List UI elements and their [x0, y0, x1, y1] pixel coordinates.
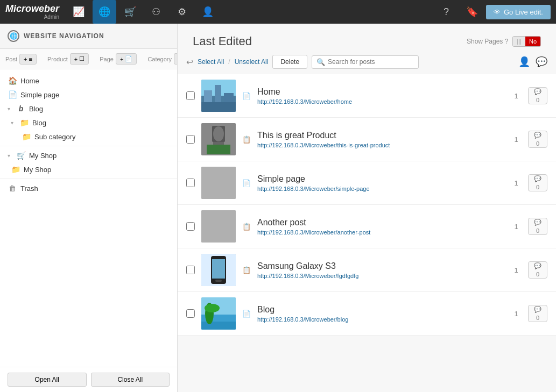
- sidebar-item-sub-category[interactable]: 📁 Sub category: [0, 130, 177, 144]
- toggle-on-side[interactable]: No: [525, 37, 540, 46]
- phone-thumb: [201, 254, 236, 286]
- user-btn[interactable]: 👤: [196, 0, 220, 24]
- search-icon: 🔍: [316, 58, 325, 66]
- eye-icon: 👁: [494, 8, 501, 16]
- nav-divider2: [0, 179, 177, 179]
- select-all-link[interactable]: Select All: [198, 58, 224, 66]
- add-page-btn[interactable]: + 📄: [116, 53, 137, 65]
- settings-btn[interactable]: ⚙: [170, 0, 194, 24]
- bookmark-btn[interactable]: 🔖: [460, 0, 484, 24]
- add-category-btn[interactable]: + ☐: [174, 53, 178, 65]
- post-checkbox-simplepage[interactable]: [186, 179, 195, 187]
- toggle-off-side[interactable]: |||: [513, 37, 525, 46]
- sidebar-item-home[interactable]: 🏠 Home: [0, 74, 177, 88]
- add-product-label: Product: [47, 56, 68, 62]
- globe-btn[interactable]: 🌐: [93, 0, 116, 24]
- trash-icon: 🗑: [8, 184, 17, 193]
- sidebar-item-blog[interactable]: ▾ b Blog: [0, 102, 177, 116]
- comment-icon-samsung: 💬: [534, 262, 541, 269]
- post-count-anotherpost: 1: [511, 223, 522, 231]
- sidebar-footer: Open All Close All: [0, 367, 177, 392]
- plus-icon: +: [24, 56, 27, 62]
- post-comment-btn-blog[interactable]: 💬 0: [528, 305, 547, 322]
- globe-header-icon: 🌐: [8, 30, 19, 42]
- logo-sub: Admin: [5, 14, 59, 20]
- post-checkbox-anotherpost[interactable]: [186, 222, 195, 231]
- post-title-samsung: Samsung Galaxy S3: [257, 261, 504, 271]
- simple-page-icon: 📄: [8, 90, 17, 99]
- post-url-simplepage: http://192.168.0.3/Microweber/simple-pag…: [257, 186, 504, 192]
- open-all-button[interactable]: Open All: [8, 373, 87, 387]
- post-checkbox-home[interactable]: [186, 91, 195, 100]
- post-type-icon-blog: 📄: [242, 310, 251, 318]
- add-category-label: Category: [147, 56, 172, 62]
- sidebar-item-simple-page[interactable]: 📄 Simple page: [0, 88, 177, 102]
- post-thumb-blog: [201, 297, 236, 330]
- back-button[interactable]: ↩: [186, 57, 193, 67]
- post-type-icon-anotherpost: 📋: [242, 223, 251, 231]
- collapse-toggle-blog[interactable]: ▾: [8, 106, 13, 112]
- content-area: Last Edited Show Pages ? ||| No ↩ Select…: [178, 24, 556, 392]
- close-all-button[interactable]: Close All: [91, 373, 170, 387]
- comment-filter-icon[interactable]: 💬: [536, 56, 547, 68]
- svg-point-21: [205, 304, 220, 312]
- add-product-group: Product + ☐: [47, 53, 89, 65]
- post-info-home: Home http://192.168.0.3/Microweber/home: [257, 87, 504, 105]
- post-thumb-anotherpost: [201, 210, 236, 243]
- comment-count-anotherpost: 0: [536, 227, 539, 234]
- sidebar-item-trash[interactable]: 🗑 Trash: [0, 181, 177, 195]
- unselect-all-link[interactable]: Unselect All: [235, 58, 269, 66]
- post-title-simplepage: Simple page: [257, 174, 504, 184]
- post-checkbox-blog[interactable]: [186, 309, 195, 318]
- sidebar-item-my-shop[interactable]: ▾ 🛒 My Shop: [0, 148, 177, 162]
- sidebar-item-blog-sub[interactable]: ▾ 📁 Blog: [0, 116, 177, 130]
- post-row: 📋 This is great Product http://192.168.0…: [178, 118, 556, 161]
- logo: Microweber Admin: [5, 4, 59, 20]
- post-comment-btn-samsung[interactable]: 💬 0: [528, 261, 547, 279]
- post-comment-btn-home[interactable]: 💬 0: [528, 87, 547, 104]
- page-title: Last Edited: [193, 34, 252, 48]
- add-post-btn[interactable]: + ≡: [19, 54, 37, 65]
- beach-thumb: [201, 297, 236, 330]
- svg-rect-16: [215, 280, 222, 282]
- post-comment-btn-product[interactable]: 💬 0: [528, 131, 547, 148]
- post-title-product: This is great Product: [257, 131, 504, 140]
- post-comment-btn-simplepage[interactable]: 💬 0: [528, 174, 547, 191]
- svg-rect-12: [201, 210, 236, 243]
- post-checkbox-samsung[interactable]: [186, 266, 195, 274]
- toolbar-right-icons: 👤 💬: [518, 56, 547, 68]
- search-input[interactable]: [328, 58, 414, 66]
- post-info-simplepage: Simple page http://192.168.0.3/Microwebe…: [257, 174, 504, 192]
- svg-rect-15: [212, 259, 225, 279]
- collapse-toggle-blog-sub[interactable]: ▾: [11, 120, 16, 126]
- sidebar-item-my-shop-sub[interactable]: 📁 My Shop: [0, 162, 177, 176]
- go-live-button[interactable]: 👁 Go Live edit.: [486, 5, 551, 19]
- post-type-icon-home: 📄: [242, 92, 251, 100]
- post-count-home: 1: [511, 92, 522, 100]
- collapse-toggle-shop[interactable]: ▾: [8, 153, 13, 159]
- post-row: 📄 Home http://192.168.0.3/Microweber/hom…: [178, 74, 556, 118]
- add-post-group: Post + ≡: [5, 54, 37, 65]
- post-url-home: http://192.168.0.3/Microweber/home: [257, 98, 504, 105]
- folder-icon: 📁: [19, 118, 29, 127]
- post-checkbox-product[interactable]: [186, 135, 195, 144]
- nodes-btn[interactable]: ⚇: [144, 0, 168, 24]
- list-toolbar: ↩ Select All / Unselect All Delete 🔍 👤 💬: [178, 55, 556, 74]
- analytics-btn[interactable]: 📈: [67, 0, 90, 24]
- user-filter-icon[interactable]: 👤: [518, 56, 530, 68]
- add-page-label: Page: [100, 56, 114, 62]
- product-thumb: [201, 123, 236, 155]
- shop-sub-folder-icon: 📁: [11, 165, 20, 174]
- blog-icon: b: [16, 104, 26, 113]
- help-btn[interactable]: ?: [434, 0, 458, 24]
- search-box: 🔍: [312, 55, 419, 69]
- toggle-switch[interactable]: ||| No: [512, 36, 541, 47]
- post-row: 📄 Blog http://192.168.0.3/Microweber/blo…: [178, 292, 556, 336]
- cart-btn[interactable]: 🛒: [118, 0, 142, 24]
- add-product-btn[interactable]: + ☐: [70, 53, 89, 65]
- svg-rect-5: [201, 102, 236, 112]
- add-buttons-row: Post + ≡ Product + ☐ Page + 📄: [0, 49, 177, 69]
- post-comment-btn-anotherpost[interactable]: 💬 0: [528, 218, 547, 235]
- delete-button[interactable]: Delete: [272, 55, 307, 69]
- subfolder-icon: 📁: [22, 132, 31, 141]
